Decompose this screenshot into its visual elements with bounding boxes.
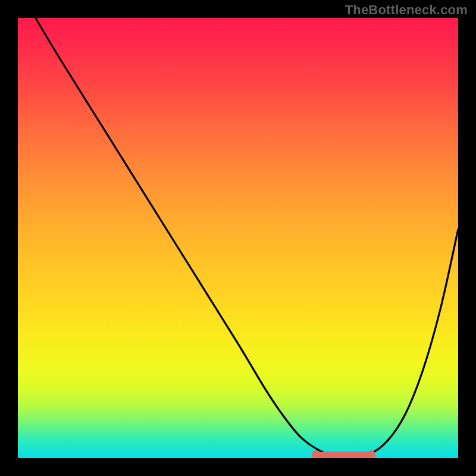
watermark-text: TheBottleneck.com: [345, 2, 468, 18]
bottleneck-curve-path: [36, 18, 458, 456]
optimal-region-highlight: [316, 452, 371, 458]
chart-frame: TheBottleneck.com: [0, 0, 476, 476]
optimal-region-left-dot: [312, 450, 320, 458]
optimal-region-right-dot: [367, 450, 375, 458]
curve-layer: [18, 18, 458, 458]
plot-area: [18, 18, 458, 458]
